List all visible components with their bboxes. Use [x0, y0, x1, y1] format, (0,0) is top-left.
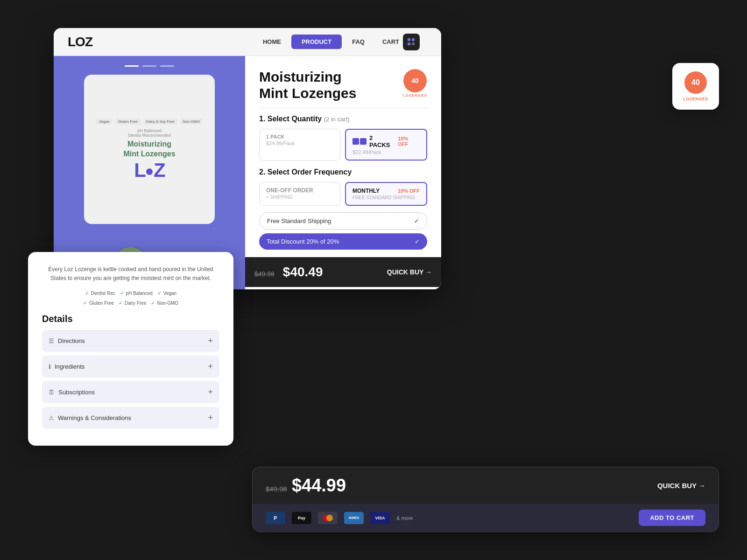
check-icon-1: ✓ [85, 290, 89, 296]
freq-1-label: ONE-OFF ORDER [266, 187, 333, 194]
accordion-left-directions: ☰ Directions [49, 337, 85, 344]
accordion-left-warnings: ⚠ Warnings & Considerations [49, 414, 131, 421]
qty-2-header: 2 PACKS 10% OFF [352, 134, 420, 148]
freq-2-label: MONTHLY [352, 188, 380, 194]
checkout-new-price: $44.99 [292, 476, 346, 496]
details-description: Every Loz Lozenge is kettle cooked and h… [42, 265, 219, 283]
badge-dairy: ✓ Dairy Free [119, 300, 147, 306]
tag-gluten: Gluten Free [115, 119, 141, 125]
navbar: LOZ HOME PRODUCT FAQ CART [54, 28, 441, 56]
subscriptions-expand-icon: + [208, 387, 213, 397]
nav-cart[interactable]: CART [375, 30, 427, 54]
checkout-bottom: P Pay AMEX VISA & more ADD TO CART [253, 504, 719, 532]
quantity-options: 1 PACK $24.99/Pack 2 PACKS 10% OFF $22.4… [259, 129, 427, 161]
payment-visa-icon: VISA [370, 512, 390, 524]
lozenge-popup-icon: 40 [684, 71, 707, 94]
lozenge-unit-label: LOZENGES [403, 93, 427, 98]
badge-ph: ✓ pH Balanced [120, 290, 153, 296]
accordion-subscriptions[interactable]: 🗓 Subscriptions + [42, 381, 219, 403]
freq-option-2[interactable]: MONTHLY 10% OFF FREE STANDARD SHIPPING [345, 182, 427, 206]
browser-window: LOZ HOME PRODUCT FAQ CART [54, 28, 441, 289]
svg-rect-1 [412, 38, 415, 41]
ingredients-label: Ingredients [55, 363, 85, 370]
bag-label: MoisturizingMint Lozenges [123, 140, 175, 159]
freq-1-sub: + SHIPPING [266, 195, 333, 200]
ingredients-icon: ℹ [49, 363, 51, 370]
lozenge-popup-label: LOZENGES [683, 97, 708, 101]
tag-nongmo: Non-GMO [180, 119, 203, 125]
tag-vegan: Vegan [96, 119, 113, 125]
accordion-ingredients[interactable]: ℹ Ingredients + [42, 356, 219, 378]
directions-icon: ☰ [49, 337, 54, 344]
freq-2-off: 10% OFF [398, 188, 420, 194]
freq-2-header: MONTHLY 10% OFF [352, 188, 420, 194]
old-price: $49.98 [254, 270, 275, 278]
qty-icon-box-1 [352, 138, 359, 145]
product-title: Moisturizing Mint Lozenges 40 LOZENGES [259, 69, 427, 101]
svg-point-5 [326, 515, 333, 521]
freq-option-1[interactable]: ONE-OFF ORDER + SHIPPING [259, 182, 340, 206]
mastercard-svg [323, 515, 333, 521]
quantity-section-title: 1. Select Quantity (2 in cart) [259, 115, 427, 123]
payment-applepay-icon: Pay [292, 512, 311, 524]
qty-2-off: 10% OFF [398, 136, 420, 147]
dot-2[interactable] [142, 65, 156, 67]
payment-paypal-icon: P [266, 512, 285, 524]
checkout-quick-buy-button[interactable]: QUICK BUY → [657, 482, 705, 490]
check-icon-2: ✓ [120, 290, 124, 296]
qty-2-label: 2 PACKS [369, 134, 395, 148]
badges-row: ✓ Dentist Rec ✓ pH Balanced ✓ Vegan [42, 290, 219, 296]
tag-dairy: Dairy & Soy Free [143, 119, 177, 125]
badge-dentist: ✓ Dentist Rec [85, 290, 115, 296]
frequency-section-title: 2. Select Order Frequency [259, 168, 427, 176]
freq-2-sub: FREE STANDARD SHIPPING [352, 195, 420, 200]
bag-brand: LZ [134, 161, 164, 180]
qty-icon [352, 138, 366, 145]
check-icon-3: ✓ [157, 290, 162, 296]
ingredients-expand-icon: + [208, 362, 213, 371]
add-to-cart-button[interactable]: ADD TO CART [639, 510, 705, 526]
svg-rect-0 [408, 38, 410, 41]
payment-amex-icon: AMEX [344, 512, 364, 524]
check-icon-6: ✓ [151, 300, 155, 306]
warnings-expand-icon: + [208, 413, 213, 423]
shipping-label: Free Standard Shipping [267, 217, 331, 224]
quick-buy-button[interactable]: QUICK BUY → [387, 268, 432, 276]
qty-1-pack: 1 PACK [266, 134, 333, 140]
checkout-bar: $49.98 $44.99 QUICK BUY → P Pay AMEX VIS… [252, 467, 719, 532]
frequency-options: ONE-OFF ORDER + SHIPPING MONTHLY 10% OFF… [259, 182, 427, 206]
nav-home[interactable]: HOME [253, 35, 291, 49]
brand-logo: LOZ [68, 35, 92, 49]
new-price: $40.49 [283, 265, 323, 280]
badge-vegan: ✓ Vegan [157, 290, 176, 296]
dot-1[interactable] [125, 65, 139, 67]
subscriptions-icon: 🗓 [49, 389, 55, 396]
divider-1 [259, 108, 427, 108]
discount-check-icon: ✓ [415, 238, 420, 245]
check-icon-4: ✓ [83, 300, 87, 306]
payment-mc-icon [318, 512, 338, 524]
discount-label: Total Discount 20% of 20% [267, 238, 339, 245]
discount-pill[interactable]: Total Discount 20% of 20% ✓ [259, 233, 427, 250]
bag-tags: Vegan Gluten Free Dairy & Soy Free Non-G… [96, 119, 203, 125]
subscriptions-label: Subscriptions [58, 389, 95, 396]
cart-icon [406, 37, 416, 47]
nav-product[interactable]: PRODUCT [291, 35, 342, 49]
nav-faq[interactable]: FAQ [342, 35, 375, 49]
cart-label: CART [382, 38, 399, 45]
product-details: Moisturizing Mint Lozenges 40 LOZENGES 1… [245, 56, 441, 289]
accordion-left-ingredients: ℹ Ingredients [49, 363, 85, 370]
shipping-pill[interactable]: Free Standard Shipping ✓ [259, 212, 427, 230]
qty-option-2[interactable]: 2 PACKS 10% OFF $22.49/Pack [345, 129, 427, 161]
accordion-directions[interactable]: ☰ Directions + [42, 330, 219, 352]
qty-option-1[interactable]: 1 PACK $24.99/Pack [259, 129, 340, 161]
lozenge-icon: 40 [403, 69, 427, 92]
price-group: $49.98 $40.49 [254, 265, 323, 280]
svg-rect-2 [408, 42, 410, 45]
price-row: $49.98 $40.49 QUICK BUY → [245, 257, 441, 287]
accordion-warnings[interactable]: ⚠ Warnings & Considerations + [42, 407, 219, 429]
directions-label: Directions [58, 337, 85, 344]
dot-3[interactable] [160, 65, 174, 67]
qty-2-price: $22.49/Pack [352, 149, 420, 155]
directions-expand-icon: + [208, 336, 213, 346]
